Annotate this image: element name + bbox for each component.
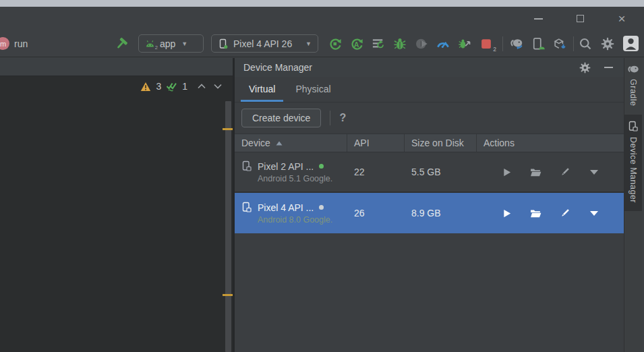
rerun-tasks-list-icon[interactable]: [372, 37, 385, 51]
attach-debugger-icon[interactable]: [458, 37, 471, 51]
main-toolbar: m run 2 app ▼: [0, 30, 644, 57]
device-manager-toolbar-icon[interactable]: [531, 37, 545, 51]
panel-settings-gear-icon[interactable]: [579, 62, 591, 74]
device-manager-stripe-icon: [628, 121, 639, 132]
create-device-button[interactable]: Create device: [241, 109, 321, 127]
next-problem-chevron-down-icon[interactable]: [214, 84, 222, 89]
sort-ascending-icon: [276, 141, 283, 146]
device-list-empty-area: [235, 233, 624, 352]
device-subtitle: Android 5.1 Google.: [258, 174, 332, 183]
device-manager-tabs: Virtual Physical: [235, 77, 624, 102]
android-icon: 2: [145, 40, 155, 48]
toolbar-separator: [502, 36, 503, 51]
target-device-selector[interactable]: Pixel 4 API 26 ▼: [211, 34, 318, 53]
debug-bug-icon[interactable]: [393, 37, 407, 51]
launch-device-play-icon[interactable]: [501, 167, 513, 178]
running-status-dot: [319, 164, 324, 169]
warning-stripe-mark[interactable]: [223, 128, 233, 130]
launch-device-play-icon[interactable]: [501, 208, 513, 219]
device-size-on-disk: 5.5 GB: [405, 152, 477, 192]
more-actions-chevron-icon[interactable]: [588, 208, 599, 219]
device-file-explorer-folder-icon[interactable]: [530, 208, 541, 219]
stop-process-count-badge: 2: [493, 46, 496, 53]
apply-code-changes-icon[interactable]: A: [350, 37, 363, 51]
run-configuration-selector[interactable]: 2 app ▼: [138, 34, 204, 53]
stripe-button-gradle[interactable]: Gradle: [624, 58, 642, 115]
edit-device-pencil-icon[interactable]: [559, 167, 570, 178]
passed-count[interactable]: 1: [182, 81, 187, 92]
right-tool-window-stripe: Gradle Device Manager: [624, 58, 642, 352]
svg-text:A: A: [354, 40, 359, 48]
device-manager-header: Device Manager: [235, 58, 624, 77]
desktop-edge-strip: [0, 0, 644, 7]
table-row[interactable]: Pixel 2 API ... Android 5.1 Google. 22 5…: [235, 152, 624, 193]
checks-passed-icon[interactable]: [166, 82, 177, 92]
table-row[interactable]: Pixel 4 API ... Android 8.0 Google. 26 8…: [235, 193, 624, 233]
previous-problem-chevron-up-icon[interactable]: [198, 84, 206, 89]
tab-physical[interactable]: Physical: [285, 84, 341, 102]
search-icon[interactable]: [579, 37, 592, 51]
chevron-down-icon: ▼: [181, 40, 187, 47]
breadcrumb-method-label[interactable]: run: [14, 38, 28, 49]
column-header-actions[interactable]: Actions: [477, 134, 624, 152]
device-manager-panel: Device Manager: [233, 58, 624, 352]
device-api-level: 22: [347, 152, 405, 192]
window-controls: ×: [531, 11, 644, 26]
device-name: Pixel 2 API ...: [258, 161, 314, 172]
device-file-explorer-folder-icon[interactable]: [530, 167, 541, 178]
virtual-device-icon: [241, 160, 252, 172]
editor-scrollbar[interactable]: [225, 101, 231, 352]
column-header-api[interactable]: API: [347, 134, 405, 152]
settings-gear-icon[interactable]: [601, 37, 614, 51]
sdk-manager-icon[interactable]: [553, 37, 566, 51]
stripe-label-device-manager: Device Manager: [628, 137, 638, 203]
rerun-icon[interactable]: [328, 37, 342, 51]
panel-title: Device Manager: [243, 62, 312, 73]
gradle-sync-icon[interactable]: [510, 37, 523, 51]
inspections-widget: 3 1: [140, 81, 222, 92]
help-icon[interactable]: ?: [339, 112, 346, 124]
column-header-device[interactable]: Device: [235, 134, 347, 152]
device-name: Pixel 4 API ...: [258, 202, 314, 213]
run-config-label: app: [160, 38, 175, 49]
maximize-window-icon[interactable]: [573, 11, 587, 26]
stripe-label-gradle: Gradle: [628, 79, 638, 107]
warning-stripe-mark[interactable]: [223, 294, 233, 296]
gradle-elephant-icon: [627, 64, 639, 74]
chevron-down-icon: ▼: [305, 40, 312, 47]
column-header-size[interactable]: Size on Disk: [405, 134, 477, 152]
profiler-gauge-icon[interactable]: [436, 37, 450, 51]
phone-device-icon: [218, 38, 229, 49]
main-content: 3 1 Device Man: [0, 58, 644, 352]
device-subtitle: Android 8.0 Google.: [258, 215, 332, 225]
warning-icon[interactable]: [140, 82, 151, 92]
stop-icon[interactable]: 2: [479, 37, 493, 51]
table-header-row: Device API Size on Disk Actions: [235, 134, 624, 152]
user-avatar[interactable]: [623, 36, 639, 51]
build-hammer-icon[interactable]: [115, 37, 128, 51]
run-config-badge: 2: [155, 45, 158, 51]
hide-panel-minimize-icon[interactable]: [604, 67, 613, 68]
device-size-on-disk: 8.9 GB: [405, 193, 477, 233]
virtual-device-icon: [241, 202, 252, 213]
window-titlebar: ×: [0, 7, 644, 30]
warning-count[interactable]: 3: [156, 81, 161, 92]
device-api-level: 26: [347, 193, 405, 233]
stripe-button-device-manager[interactable]: Device Manager: [624, 115, 642, 211]
status-dot: [319, 205, 324, 210]
target-device-label: Pixel 4 API 26: [233, 38, 292, 49]
device-manager-toolbar: Create device ?: [235, 102, 624, 134]
breadcrumb[interactable]: m run: [0, 30, 28, 57]
edit-device-pencil-icon[interactable]: [559, 208, 570, 219]
toolbar-separator: [573, 36, 574, 51]
tab-virtual[interactable]: Virtual: [239, 84, 285, 102]
close-window-icon[interactable]: ×: [614, 11, 629, 26]
profile-disabled-icon[interactable]: [415, 37, 428, 51]
toolbar-separator: [330, 111, 330, 125]
editor-pane[interactable]: 3 1: [0, 58, 233, 352]
method-icon: m: [0, 37, 9, 50]
more-actions-chevron-icon[interactable]: [588, 167, 599, 178]
minimize-window-icon[interactable]: [531, 11, 546, 26]
editor-header-band: [0, 58, 233, 76]
